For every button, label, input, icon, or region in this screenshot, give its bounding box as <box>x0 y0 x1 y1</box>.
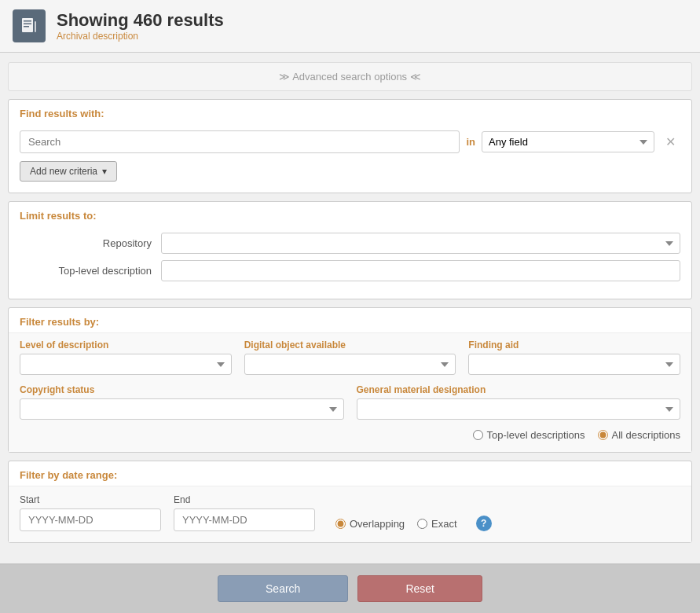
copyright-col: Copyright status <box>20 384 344 420</box>
limit-results-section: Limit results to: Repository Top-level d… <box>8 201 692 299</box>
end-label: End <box>174 494 315 505</box>
top-level-label: Top-level description <box>20 265 161 277</box>
field-select[interactable]: Any field Title Description Subject Crea… <box>482 131 654 152</box>
start-date-input[interactable] <box>20 508 161 531</box>
svg-rect-4 <box>35 21 36 32</box>
general-material-col: General material designation <box>357 384 681 420</box>
start-label: Start <box>20 494 161 505</box>
digital-object-select[interactable] <box>244 354 456 375</box>
add-criteria-button[interactable]: Add new criteria ▾ <box>20 161 117 182</box>
level-select[interactable] <box>20 354 232 375</box>
top-level-descriptions-option[interactable]: Top-level descriptions <box>473 429 585 441</box>
svg-rect-2 <box>24 24 31 25</box>
add-criteria-label: Add new criteria <box>30 166 97 177</box>
date-help-icon[interactable]: ? <box>476 516 492 531</box>
level-col: Level of description <box>20 340 232 375</box>
search-input[interactable] <box>20 130 460 153</box>
page-icon <box>13 9 46 42</box>
end-date-col: End <box>174 494 315 531</box>
svg-rect-0 <box>22 18 33 32</box>
top-level-row: Top-level description <box>20 260 680 281</box>
level-label: Level of description <box>20 340 232 351</box>
all-descriptions-radio[interactable] <box>598 430 608 440</box>
overlapping-option[interactable]: Overlapping <box>335 518 405 530</box>
limit-results-label: Limit results to: <box>9 202 691 226</box>
digital-object-col: Digital object available <box>244 340 456 375</box>
filter-results-label: Filter results by: <box>9 308 691 332</box>
find-results-section: Find results with: in Any field Title De… <box>8 99 692 193</box>
general-material-label: General material designation <box>357 384 681 395</box>
page-subtitle: Archival description <box>57 31 224 42</box>
filter-results-section: Filter results by: Level of description … <box>8 307 692 453</box>
top-level-input[interactable] <box>161 260 680 281</box>
exact-label: Exact <box>431 518 457 530</box>
footer: Search Reset <box>0 563 700 613</box>
remove-criteria-button[interactable]: ✕ <box>661 133 680 151</box>
finding-aid-col: Finding aid <box>468 340 680 375</box>
all-descriptions-radio-label: All descriptions <box>612 429 680 441</box>
date-type-radios: Overlapping Exact ? <box>335 516 492 531</box>
page-header: Showing 460 results Archival description <box>0 0 700 53</box>
svg-rect-1 <box>24 20 31 22</box>
repository-row: Repository <box>20 233 680 254</box>
description-radio-row: Top-level descriptions All descriptions <box>20 429 680 441</box>
search-criteria-row: in Any field Title Description Subject C… <box>20 130 680 153</box>
filter-row-1: Level of description Digital object avai… <box>20 340 680 375</box>
add-criteria-chevron: ▾ <box>102 166 107 177</box>
end-date-input[interactable] <box>174 508 315 531</box>
search-button[interactable]: Search <box>218 575 348 602</box>
reset-button[interactable]: Reset <box>357 575 482 602</box>
overlapping-label: Overlapping <box>350 518 405 530</box>
find-results-label: Find results with: <box>9 100 691 124</box>
svg-rect-3 <box>24 26 29 28</box>
header-text: Showing 460 results Archival description <box>57 10 224 42</box>
exact-option[interactable]: Exact <box>417 518 457 530</box>
date-range-section: Filter by date range: Start End Overlapp… <box>8 461 692 543</box>
digital-object-label: Digital object available <box>244 340 456 351</box>
date-range-body: Start End Overlapping Exact <box>9 486 691 542</box>
in-label: in <box>466 136 475 148</box>
main-content: ≫ Advanced search options ≪ Find results… <box>0 53 700 563</box>
finding-aid-select[interactable] <box>468 354 680 375</box>
exact-radio[interactable] <box>417 519 427 529</box>
finding-aid-label: Finding aid <box>468 340 680 351</box>
find-results-body: in Any field Title Description Subject C… <box>9 124 691 193</box>
page-title: Showing 460 results <box>57 10 224 31</box>
overlapping-radio[interactable] <box>335 519 346 529</box>
toggle-arrows-left: ≫ <box>279 71 290 83</box>
date-row: Start End Overlapping Exact <box>20 494 680 531</box>
repository-select[interactable] <box>161 233 680 254</box>
repository-label: Repository <box>20 237 161 249</box>
toggle-arrows-right: ≪ <box>410 71 421 83</box>
filter-results-body: Level of description Digital object avai… <box>9 332 691 452</box>
top-level-radio-label: Top-level descriptions <box>487 429 585 441</box>
limit-results-body: Repository Top-level description <box>9 226 691 299</box>
copyright-label: Copyright status <box>20 384 344 395</box>
advanced-search-toggle[interactable]: ≫ Advanced search options ≪ <box>8 62 692 91</box>
all-descriptions-option[interactable]: All descriptions <box>598 429 680 441</box>
general-material-select[interactable] <box>357 398 681 420</box>
filter-row-2: Copyright status General material design… <box>20 384 680 420</box>
copyright-select[interactable] <box>20 398 344 420</box>
start-date-col: Start <box>20 494 161 531</box>
toggle-label: Advanced search options <box>292 71 407 83</box>
top-level-radio[interactable] <box>473 430 483 440</box>
date-range-label: Filter by date range: <box>9 461 691 486</box>
